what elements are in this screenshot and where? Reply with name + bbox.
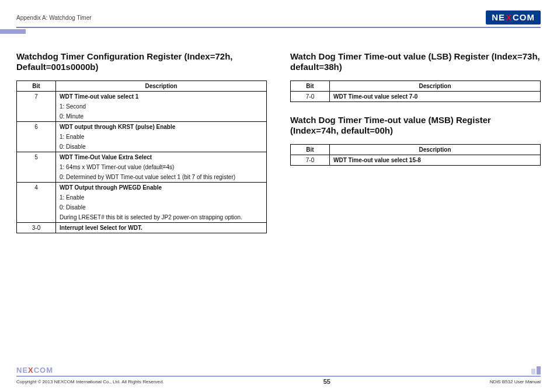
bit-5-l1: 1: 64ms x WDT Timer-out value (default=4… bbox=[56, 162, 267, 172]
manual-name: NDiS B532 User Manual bbox=[490, 379, 541, 384]
bit-6: 6 bbox=[17, 122, 56, 132]
bit-4-l2: 0: Disable bbox=[56, 202, 267, 212]
page-tab bbox=[0, 29, 26, 34]
brand-pre: NE bbox=[492, 12, 505, 22]
brand-post: COM bbox=[513, 12, 535, 22]
right-column: Watch Dog Timer Time-out value (LSB) Reg… bbox=[290, 51, 541, 366]
bit-3-0: 3-0 bbox=[17, 223, 56, 233]
bit-4-title: WDT Output through PWEGD Enable bbox=[56, 183, 267, 193]
footer-logo: NEXCOM bbox=[16, 366, 53, 374]
bit-7-l1: 1: Second bbox=[56, 102, 267, 111]
bit-5-l2: 0: Determined by WDT Time-out value sele… bbox=[56, 172, 267, 183]
lsb-bit: 7-0 bbox=[291, 92, 330, 102]
bit-7-title: WDT Time-out value select 1 bbox=[56, 92, 267, 102]
bit-4: 4 bbox=[17, 183, 56, 193]
deco-block-a bbox=[531, 369, 535, 374]
msb-table: Bit Description 7-0 WDT Time-out value s… bbox=[290, 144, 541, 166]
lsb-th-desc: Description bbox=[330, 81, 541, 92]
lsb-th-bit: Bit bbox=[291, 81, 330, 92]
brand-logo: NE X COM bbox=[486, 10, 541, 24]
config-register-table: Bit Description 7 WDT Time-out value sel… bbox=[16, 80, 267, 233]
footer-brand-x: X bbox=[28, 366, 34, 374]
bit-4-l3: During LRESET# this bit is selected by J… bbox=[56, 212, 267, 223]
appendix-title: Appendix A: Watchdog Timer bbox=[16, 15, 92, 21]
bit-7-l2: 0: Minute bbox=[56, 111, 267, 122]
msb-th-bit: Bit bbox=[291, 145, 330, 155]
footer: NEXCOM Copyright © 2013 NEXCOM Internati… bbox=[16, 366, 541, 385]
footer-decoration bbox=[531, 366, 541, 374]
footer-brand-post: COM bbox=[34, 366, 53, 374]
bit-6-l1: 1: Enable bbox=[56, 132, 267, 142]
page-number: 55 bbox=[323, 378, 330, 385]
deco-block-b bbox=[537, 366, 541, 374]
lsb-table: Bit Description 7-0 WDT Time-out value s… bbox=[290, 80, 541, 102]
footer-brand-pre: NE bbox=[16, 366, 28, 374]
msb-heading: Watch Dog Timer Time-out value (MSB) Reg… bbox=[290, 115, 541, 136]
bit-3-0-title: Interrupt level Select for WDT. bbox=[56, 223, 267, 233]
th-desc: Description bbox=[56, 81, 267, 92]
msb-bit: 7-0 bbox=[291, 155, 330, 166]
left-heading: Watchdog Timer Configuration Register (I… bbox=[16, 51, 267, 72]
bit-4-l1: 1: Enable bbox=[56, 192, 267, 202]
th-bit: Bit bbox=[17, 81, 56, 92]
bit-5-title: WDT Time-Out Value Extra Select bbox=[56, 152, 267, 163]
lsb-heading: Watch Dog Timer Time-out value (LSB) Reg… bbox=[290, 51, 541, 72]
lsb-desc: WDT Time-out value select 7-0 bbox=[330, 92, 541, 102]
msb-desc: WDT Time-out value select 15-8 bbox=[330, 155, 541, 166]
bit-6-title: WDT output through KRST (pulse) Enable bbox=[56, 122, 267, 132]
msb-th-desc: Description bbox=[330, 145, 541, 155]
bit-6-l2: 0: Disable bbox=[56, 142, 267, 152]
bit-5: 5 bbox=[17, 152, 56, 163]
header-rule bbox=[16, 27, 541, 28]
left-column: Watchdog Timer Configuration Register (I… bbox=[16, 51, 267, 366]
copyright: Copyright © 2013 NEXCOM International Co… bbox=[16, 379, 164, 384]
brand-x: X bbox=[506, 12, 512, 22]
bit-7: 7 bbox=[17, 92, 56, 102]
